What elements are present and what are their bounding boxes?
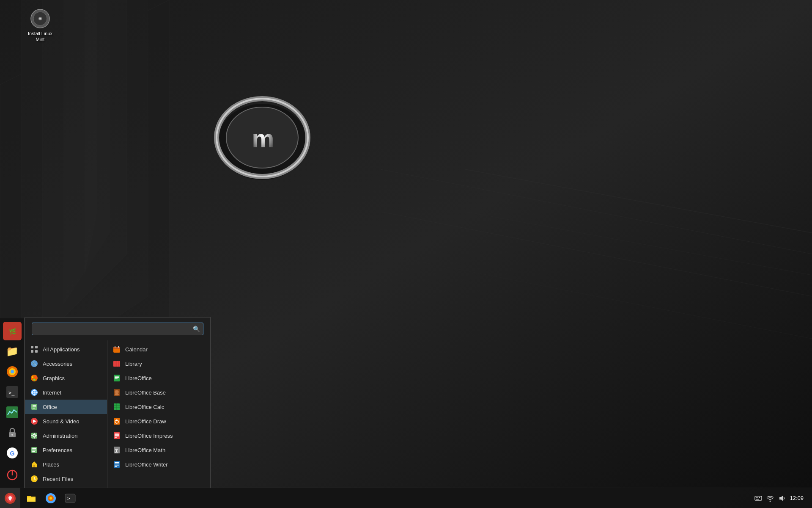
taskbar-app-terminal[interactable]: >_ — [61, 489, 80, 508]
menu-item-libreoffice-draw[interactable]: LibreOffice Draw — [107, 414, 210, 428]
menu-item-preferences[interactable]: Preferences — [25, 443, 107, 457]
svg-point-82 — [115, 390, 119, 392]
svg-rect-79 — [115, 377, 119, 378]
taskbar-app-firefox[interactable] — [41, 489, 60, 508]
menu-item-administration[interactable]: Administration — [25, 428, 107, 443]
start-menu: 🔍 All Applications — [25, 317, 211, 488]
libreoffice-base-icon — [112, 388, 121, 397]
svg-point-21 — [39, 18, 41, 19]
menu-item-libreoffice-math-label: LibreOffice Math — [125, 447, 165, 453]
sidebar-btn-files[interactable]: 📁 — [3, 342, 22, 361]
menu-item-libreoffice-impress[interactable]: LibreOffice Impress — [107, 428, 210, 443]
svg-text:🔧: 🔧 — [32, 361, 37, 367]
svg-rect-111 — [756, 497, 757, 498]
svg-rect-70 — [113, 347, 120, 349]
sidebar-btn-firefox[interactable] — [3, 362, 22, 381]
svg-rect-101 — [115, 466, 117, 467]
menu-item-library-label: Library — [125, 361, 142, 367]
svg-text:>_: >_ — [67, 496, 73, 501]
svg-rect-64 — [32, 448, 36, 449]
menu-item-graphics-label: Graphics — [43, 375, 65, 381]
sidebar-btn-power[interactable] — [3, 466, 22, 484]
disc-icon — [30, 8, 50, 29]
search-input[interactable] — [32, 323, 203, 335]
svg-rect-104 — [27, 497, 36, 502]
svg-rect-65 — [32, 450, 36, 450]
menu-right-panel: Calendar Library — [107, 340, 210, 488]
svg-rect-99 — [115, 464, 119, 464]
svg-rect-67 — [33, 465, 35, 467]
taskbar-tray: 12:09 — [749, 494, 812, 502]
svg-rect-40 — [35, 350, 38, 353]
menu-item-internet-label: Internet — [43, 389, 61, 396]
menu-item-office[interactable]: Office — [25, 400, 107, 414]
menu-item-libreoffice-impress-label: LibreOffice Impress — [125, 433, 173, 439]
menu-item-libreoffice-writer[interactable]: LibreOffice Writer — [107, 457, 210, 472]
svg-point-32 — [11, 434, 13, 436]
svg-rect-114 — [756, 499, 759, 500]
svg-marker-116 — [779, 495, 783, 501]
svg-rect-66 — [32, 451, 35, 452]
sidebar-btn-google[interactable]: G — [3, 444, 22, 462]
calendar-icon — [112, 345, 121, 353]
menu-item-accessories[interactable]: 🔧 Accessories — [25, 356, 107, 371]
sidebar-btn-lock[interactable] — [3, 423, 22, 442]
menu-item-libreoffice[interactable]: LibreOffice — [107, 371, 210, 385]
menu-item-libreoffice-base-label: LibreOffice Base — [125, 389, 166, 396]
taskbar-start-button[interactable] — [0, 488, 20, 508]
search-area: 🔍 — [25, 318, 210, 340]
menu-item-office-label: Office — [43, 404, 57, 410]
svg-point-107 — [49, 497, 52, 500]
menu-item-sound-video[interactable]: Sound & Video — [25, 414, 107, 428]
search-wrapper: 🔍 — [32, 323, 203, 335]
office-icon — [30, 403, 38, 411]
taskbar-time: 12:09 — [790, 495, 807, 501]
svg-rect-80 — [115, 378, 118, 379]
install-linux-mint-label: Install Linux Mint — [23, 30, 57, 43]
svg-point-46 — [33, 379, 35, 381]
menu-item-recent-files[interactable]: Recent Files — [25, 472, 107, 486]
sidebar-btn-start[interactable]: 🌿 — [3, 322, 22, 340]
menu-item-libreoffice-math[interactable]: ∑ LibreOffice Math — [107, 443, 210, 457]
libreoffice-writer-icon — [112, 460, 121, 469]
taskbar-app-files[interactable] — [22, 489, 41, 508]
svg-point-83 — [115, 392, 119, 394]
svg-point-44 — [32, 376, 33, 378]
menu-item-places-label: Places — [43, 461, 59, 468]
menu-item-all-applications[interactable]: All Applications — [25, 342, 107, 356]
svg-rect-98 — [115, 462, 119, 463]
menu-item-sound-video-label: Sound & Video — [43, 418, 80, 425]
svg-rect-39 — [31, 350, 33, 353]
menu-item-recent-files-label: Recent Files — [43, 476, 73, 482]
menu-item-places[interactable]: Places — [25, 457, 107, 472]
menu-item-calendar-label: Calendar — [125, 346, 148, 353]
tray-keyboard-icon[interactable] — [754, 494, 763, 502]
menu-item-libreoffice-calc[interactable]: LibreOffice Calc — [107, 400, 210, 414]
places-icon — [30, 460, 38, 469]
svg-point-115 — [770, 500, 771, 502]
accessories-icon: 🔧 — [30, 359, 38, 368]
svg-rect-93 — [115, 433, 119, 436]
menu-item-all-applications-label: All Applications — [43, 346, 80, 353]
menu-item-library[interactable]: Library — [107, 356, 210, 371]
menu-item-libreoffice-calc-label: LibreOffice Calc — [125, 404, 164, 410]
graphics-icon — [30, 374, 38, 382]
recent-files-icon — [30, 475, 38, 483]
desktop-logo: m — [209, 85, 315, 190]
library-icon — [112, 359, 121, 368]
menu-item-libreoffice-base[interactable]: LibreOffice Base — [107, 385, 210, 400]
libreoffice-calc-icon — [112, 403, 121, 411]
menu-item-calendar[interactable]: Calendar — [107, 342, 210, 356]
svg-text:m: m — [252, 124, 273, 153]
svg-text:G: G — [10, 450, 14, 457]
tray-sound-icon[interactable] — [778, 494, 786, 502]
tray-network-icon[interactable] — [766, 494, 774, 502]
menu-item-internet[interactable]: Internet — [25, 385, 107, 400]
sidebar-btn-system-monitor[interactable] — [3, 403, 22, 422]
internet-icon — [30, 388, 38, 397]
svg-rect-113 — [759, 497, 760, 498]
menu-item-graphics[interactable]: Graphics — [25, 371, 107, 385]
svg-rect-38 — [35, 346, 38, 348]
install-linux-mint-icon[interactable]: Install Linux Mint — [23, 8, 57, 43]
sidebar-btn-terminal[interactable]: >_ — [3, 383, 22, 401]
